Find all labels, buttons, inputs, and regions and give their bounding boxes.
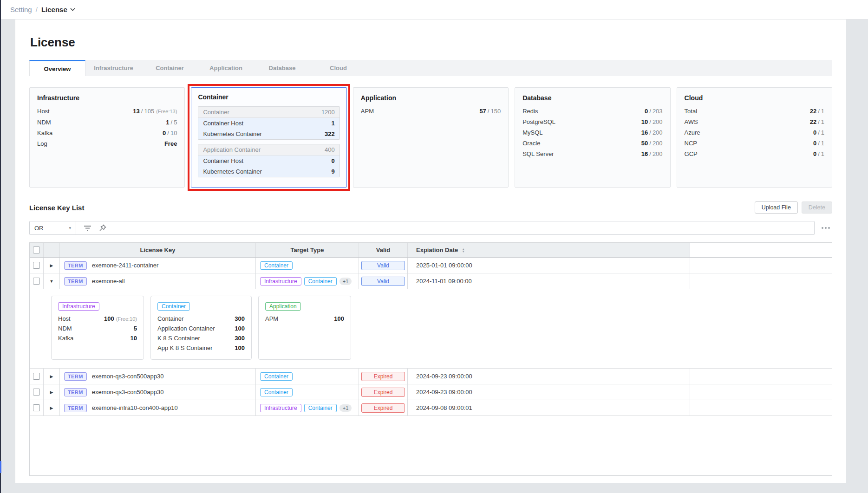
card-title: Database bbox=[522, 94, 662, 102]
card-row-kafka: Kafka 0/10 bbox=[37, 129, 177, 137]
card-row-ndm: NDM 1/5 bbox=[37, 118, 177, 126]
pin-icon[interactable] bbox=[99, 224, 106, 232]
target-badge-infrastructure: Infrastructure bbox=[260, 404, 301, 412]
table-row-expanded: ▼ TERM exemone-all Infrastructure Contai… bbox=[30, 273, 832, 289]
card-row-postgresql: PostgreSQL 10/200 bbox=[522, 118, 662, 126]
expiration-date-cell: 2025-01-01 09:00:00 bbox=[408, 258, 690, 273]
expiration-date-header[interactable]: Expiation Date ▲▼ bbox=[408, 243, 690, 257]
select-all-checkbox[interactable] bbox=[33, 246, 40, 253]
card-row-mysql: MySQL 16/200 bbox=[522, 129, 662, 136]
card-title: Application bbox=[361, 94, 501, 102]
card-row-host: Host 13/105(Free:13) bbox=[37, 107, 177, 116]
table-header-row: License Key Target Type Valid Expiation … bbox=[30, 243, 832, 258]
filter-bar: OR ▾ bbox=[29, 221, 815, 235]
page-title: License bbox=[30, 35, 832, 50]
upload-file-button[interactable]: Upload File bbox=[755, 201, 798, 214]
tab-database[interactable]: Database bbox=[254, 60, 310, 76]
tab-container[interactable]: Container bbox=[142, 60, 198, 76]
detail-card-application: Application APM100 bbox=[258, 296, 351, 360]
card-row-sqlserver: SQL Server 16/200 bbox=[522, 150, 662, 158]
database-card: Database Redis 0/203 PostgreSQL 10/200 M… bbox=[515, 87, 670, 188]
expiration-date-cell: 2024-09-23 09:00:00 bbox=[408, 369, 690, 384]
container-card-highlighted: Container Container 1200 Container Host1… bbox=[191, 87, 346, 188]
license-key-text: exemone-all bbox=[92, 278, 125, 285]
breadcrumb-license-label: License bbox=[41, 6, 67, 13]
card-row-gcp: GCP 0/1 bbox=[685, 150, 824, 158]
row-checkbox[interactable] bbox=[33, 373, 40, 380]
collapse-row-button[interactable]: ▼ bbox=[44, 273, 60, 289]
breadcrumb-separator: / bbox=[36, 6, 38, 13]
expand-row-button[interactable]: ▶ bbox=[44, 384, 60, 400]
card-row-redis: Redis 0/203 bbox=[522, 107, 662, 115]
status-badge-expired: Expired bbox=[361, 372, 405, 381]
expiration-date-cell: 2024-09-23 09:00:00 bbox=[408, 384, 690, 400]
more-targets-chip[interactable]: +1 bbox=[339, 404, 352, 412]
license-key-text: exemon-qs3-con500app30 bbox=[92, 389, 164, 396]
expiration-date-cell: 2024-09-08 09:00:01 bbox=[408, 400, 690, 415]
detail-card-infrastructure: Infrastructure Host100(Free:10) NDM5 Kaf… bbox=[51, 296, 144, 360]
expand-row-button[interactable]: ▶ bbox=[44, 258, 60, 273]
row-checkbox[interactable] bbox=[33, 262, 40, 269]
sort-icon[interactable]: ▲▼ bbox=[462, 248, 465, 253]
expand-row-button[interactable]: ▶ bbox=[44, 400, 60, 415]
target-badge-container: Container bbox=[304, 277, 337, 285]
license-key-list-title: License Key List bbox=[29, 204, 84, 212]
card-row-aws: AWS 22/1 bbox=[685, 118, 824, 126]
expander-header-cell bbox=[44, 243, 60, 257]
breadcrumb-license-dropdown[interactable]: License bbox=[41, 6, 75, 13]
tab-cloud[interactable]: Cloud bbox=[310, 60, 366, 76]
more-targets-chip[interactable]: +1 bbox=[339, 278, 352, 285]
table-row: ▶ TERM exemone-2411-container Container … bbox=[30, 258, 832, 273]
card-row-azure: Azure 0/1 bbox=[685, 129, 824, 136]
summary-cards: Infrastructure Host 13/105(Free:13) NDM … bbox=[29, 87, 832, 188]
tab-overview[interactable]: Overview bbox=[29, 60, 85, 76]
status-badge-valid: Valid bbox=[361, 261, 405, 270]
term-badge: TERM bbox=[64, 404, 87, 412]
row-checkbox[interactable] bbox=[33, 278, 40, 285]
status-badge-expired: Expired bbox=[361, 388, 405, 397]
term-badge: TERM bbox=[64, 277, 87, 285]
card-title: Infrastructure bbox=[37, 94, 177, 102]
valid-header[interactable]: Valid bbox=[359, 243, 408, 257]
target-badge-infrastructure: Infrastructure bbox=[260, 277, 301, 285]
more-options-icon[interactable] bbox=[819, 227, 832, 229]
chevron-down-icon bbox=[70, 8, 75, 11]
license-key-text: exemone-infra10-con400-app10 bbox=[92, 404, 178, 411]
card-row-oracle: Oracle 50/200 bbox=[522, 139, 662, 147]
card-row-total: Total 22/1 bbox=[685, 107, 824, 115]
container-panel: Container 1200 Container Host1 Kubernete… bbox=[198, 106, 339, 140]
application-card: Application APM 57/150 bbox=[353, 87, 509, 188]
tab-infrastructure[interactable]: Infrastructure bbox=[85, 60, 142, 76]
collapsed-sidebar-edge bbox=[0, 0, 1, 493]
filter-operator-select[interactable]: OR ▾ bbox=[30, 221, 76, 234]
expand-row-button[interactable]: ▶ bbox=[44, 369, 60, 384]
cloud-card: Cloud Total 22/1 AWS 22/1 Azure 0/1 NCP … bbox=[677, 87, 832, 188]
filler-header-cell bbox=[690, 243, 832, 257]
card-row-log: Log Free bbox=[37, 140, 177, 148]
filter-lines-icon[interactable] bbox=[84, 225, 91, 231]
detail-card-container: Container Container300 Application Conta… bbox=[150, 296, 252, 360]
sidebar-active-indicator bbox=[0, 461, 1, 473]
breadcrumb-setting[interactable]: Setting bbox=[10, 6, 32, 13]
delete-button[interactable]: Delete bbox=[802, 201, 832, 214]
tab-application[interactable]: Application bbox=[198, 60, 254, 76]
table-row: ▶ TERM exemon-qs3-con500app30 Container … bbox=[30, 369, 832, 384]
table-empty-area bbox=[30, 416, 832, 475]
term-badge: TERM bbox=[64, 372, 87, 381]
target-type-header[interactable]: Target Type bbox=[256, 243, 359, 257]
term-badge: TERM bbox=[64, 388, 87, 396]
caret-down-icon: ▾ bbox=[69, 226, 71, 230]
table-row: ▶ TERM exemone-infra10-con400-app10 Infr… bbox=[30, 400, 832, 416]
license-key-text: exemon-qs3-con500app30 bbox=[92, 373, 164, 380]
row-checkbox[interactable] bbox=[33, 404, 40, 411]
card-title: Container bbox=[198, 93, 339, 101]
expiration-date-cell: 2024-11-01 09:00:00 bbox=[408, 273, 690, 289]
card-title: Cloud bbox=[685, 94, 824, 102]
status-badge-valid: Valid bbox=[361, 277, 405, 286]
license-key-header[interactable]: License Key bbox=[60, 243, 256, 257]
row-checkbox[interactable] bbox=[33, 389, 40, 396]
card-row-ncp: NCP 0/1 bbox=[685, 139, 824, 147]
card-row-apm: APM 57/150 bbox=[361, 107, 501, 115]
target-badge-container: Container bbox=[260, 372, 293, 381]
application-container-panel: Application Container 400 Container Host… bbox=[198, 144, 339, 177]
